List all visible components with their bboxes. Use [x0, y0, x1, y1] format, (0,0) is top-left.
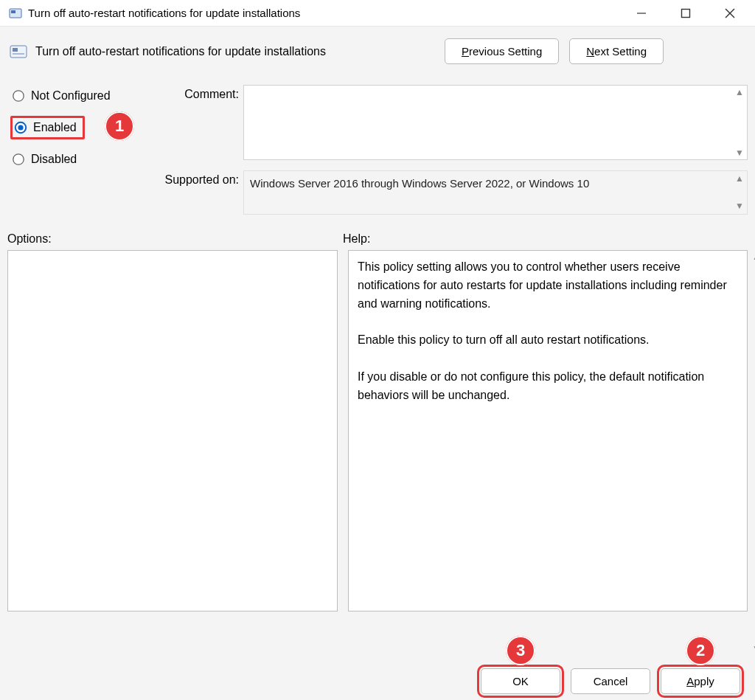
options-pane — [7, 250, 338, 611]
scroll-up-icon: ▲ — [735, 173, 744, 185]
svg-point-9 — [13, 91, 24, 101]
help-scrollbar[interactable]: ▲▼ — [751, 252, 755, 654]
maximize-icon — [681, 8, 691, 18]
help-text: This policy setting allows you to contro… — [348, 250, 748, 611]
ok-button[interactable]: OK — [481, 668, 560, 694]
app-icon — [9, 7, 22, 20]
comment-scrollbar[interactable]: ▲▼ — [735, 87, 744, 158]
svg-rect-3 — [682, 9, 690, 17]
help-label: Help: — [343, 232, 748, 246]
apply-button[interactable]: Apply — [661, 668, 740, 694]
radio-icon — [12, 153, 25, 166]
supported-scrollbar[interactable]: ▲▼ — [735, 173, 744, 212]
supported-on-label: Supported on: — [147, 160, 243, 215]
maximize-button[interactable] — [674, 1, 697, 25]
radio-not-configured[interactable]: Not Configured — [10, 85, 115, 107]
cancel-button[interactable]: Cancel — [571, 668, 650, 694]
policy-header: Turn off auto-restart notifications for … — [7, 34, 748, 74]
svg-point-12 — [13, 154, 24, 164]
minimize-button[interactable] — [630, 1, 653, 25]
annotation-badge-1: 1 — [105, 111, 134, 141]
next-setting-button[interactable]: Next Setting — [569, 38, 664, 64]
svg-rect-1 — [11, 10, 15, 13]
close-icon — [725, 8, 735, 18]
svg-rect-8 — [13, 53, 24, 55]
radio-icon — [12, 89, 25, 103]
radio-icon — [14, 121, 27, 134]
window-title: Turn off auto-restart notifications for … — [28, 7, 630, 19]
minimize-icon — [636, 8, 647, 18]
previous-setting-button[interactable]: Previous Setting — [445, 38, 559, 64]
annotation-badge-3: 3 — [506, 636, 535, 665]
comment-label: Comment: — [147, 85, 243, 160]
scroll-up-icon: ▲ — [752, 252, 755, 262]
policy-title: Turn off auto-restart notifications for … — [35, 45, 437, 58]
radio-enabled[interactable]: Enabled — [10, 116, 85, 139]
scroll-up-icon: ▲ — [735, 87, 744, 97]
svg-rect-7 — [13, 48, 18, 52]
scroll-down-icon: ▼ — [752, 643, 755, 654]
comment-textbox[interactable]: ▲▼ — [243, 85, 748, 160]
close-button[interactable] — [718, 1, 742, 25]
scroll-down-icon: ▼ — [735, 148, 744, 158]
titlebar: Turn off auto-restart notifications for … — [0, 0, 755, 27]
annotation-badge-2: 2 — [686, 636, 715, 665]
scroll-down-icon: ▼ — [735, 200, 744, 212]
options-label: Options: — [7, 232, 343, 246]
svg-point-11 — [18, 125, 23, 130]
policy-icon — [9, 42, 28, 61]
supported-on-text: Windows Server 2016 through Windows Serv… — [243, 170, 748, 215]
radio-disabled[interactable]: Disabled — [10, 148, 81, 170]
